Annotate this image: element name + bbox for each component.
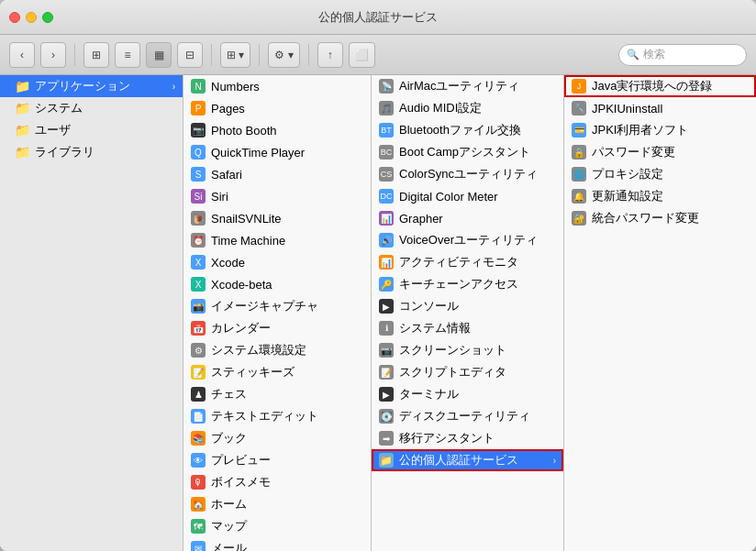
forward-button[interactable]: › — [40, 42, 66, 68]
list-item[interactable]: 🎙ボイスメモ — [183, 471, 371, 493]
list-item[interactable]: 👁プレビュー — [183, 449, 371, 471]
list-item[interactable]: ▶コンソール — [372, 295, 563, 317]
list-item[interactable]: ℹシステム情報 — [372, 317, 563, 339]
app-icon: 🗺 — [191, 519, 206, 534]
list-item[interactable]: 💽ディスクユーティリティ — [372, 405, 563, 427]
sidebar-item-user[interactable]: 📁 ユーザ — [0, 119, 183, 141]
list-item[interactable]: 📄テキストエディット — [183, 405, 371, 427]
action-button[interactable]: ⚙ ▾ — [268, 42, 299, 68]
share-button[interactable]: ↑ — [317, 42, 343, 68]
list-item[interactable]: 📡AirMacユーティリティ — [372, 75, 563, 97]
app-icon: 🔧 — [572, 101, 586, 116]
app-icon: 🔐 — [572, 211, 586, 226]
list-item[interactable]: ⏰Time Machine — [183, 229, 371, 251]
col-panel-kojin: J Java実行環境への登録 🔧 JPKIUninstall 💳 JPKI利用者… — [564, 75, 756, 551]
app-icon: 🐌 — [191, 211, 206, 226]
app-icon: 🌐 — [572, 167, 586, 182]
sidebar-item-system[interactable]: 📁 システム — [0, 97, 183, 119]
list-item[interactable]: 🎵Audio MIDI設定 — [372, 97, 563, 119]
list-item[interactable]: XXcode — [183, 251, 371, 273]
app-icon: 📡 — [379, 79, 394, 94]
app-icon: 📊 — [379, 211, 394, 226]
view-gallery-button[interactable]: ⊟ — [177, 42, 203, 68]
sidebar-item-applications[interactable]: 📁 アプリケーション › — [0, 75, 183, 97]
list-item[interactable]: 📝スクリプトエディタ — [372, 361, 563, 383]
tags-button[interactable]: ⬜ — [349, 42, 375, 68]
toolbar-separator-1 — [74, 44, 75, 66]
view-columns-button[interactable]: ▦ — [146, 42, 172, 68]
app-icon: 📷 — [191, 123, 206, 138]
list-item[interactable]: 🔐 統合パスワード変更 — [564, 207, 756, 229]
list-item[interactable]: SSafari — [183, 163, 371, 185]
app-icon: P — [191, 101, 206, 116]
list-item[interactable]: 🔔 更新通知設定 — [564, 185, 756, 207]
title-bar: 公的個人認証サービス — [0, 0, 756, 35]
list-item[interactable]: 🔒 パスワード変更 — [564, 141, 756, 163]
sidebar-item-label: ライブラリ — [35, 144, 175, 160]
app-icon: 🔔 — [572, 189, 586, 204]
list-item[interactable]: SiSiri — [183, 185, 371, 207]
app-icon: 👁 — [191, 453, 206, 468]
list-item[interactable]: 🌐 プロキシ設定 — [564, 163, 756, 185]
app-icon: ⏰ — [191, 233, 206, 248]
list-item[interactable]: 🐌SnailSVNLite — [183, 207, 371, 229]
maximize-button[interactable] — [42, 12, 53, 23]
view-list-button[interactable]: ≡ — [115, 42, 140, 68]
list-item[interactable]: 📷スクリーンショット — [372, 339, 563, 361]
list-item-kojin[interactable]: 📁 公的個人認証サービス › — [372, 449, 563, 471]
list-item[interactable]: 🔊VoiceOverユーティリティ — [372, 229, 563, 251]
list-item[interactable]: 📊Grapher — [372, 207, 563, 229]
app-icon: 📝 — [379, 365, 394, 380]
list-item[interactable]: 💳 JPKI利用者ソフト — [564, 119, 756, 141]
app-icon: 🔊 — [379, 233, 394, 248]
list-item[interactable]: 📊アクティビティモニタ — [372, 251, 563, 273]
list-item[interactable]: DCDigital Color Meter — [372, 185, 563, 207]
list-item-java[interactable]: J Java実行環境への登録 — [564, 75, 756, 97]
list-item[interactable]: 📷Photo Booth — [183, 119, 371, 141]
list-item[interactable]: 📅カレンダー — [183, 317, 371, 339]
app-icon: 🎵 — [379, 101, 394, 116]
sidebar-item-label: アプリケーション — [35, 78, 167, 94]
view-icons-button[interactable]: ⊞ — [83, 42, 109, 68]
sidebar-item-library[interactable]: 📁 ライブラリ — [0, 141, 183, 163]
list-item[interactable]: 📚ブック — [183, 427, 371, 449]
list-item[interactable]: 🏠ホーム — [183, 493, 371, 515]
app-icon: DC — [379, 189, 394, 204]
list-item[interactable]: 📝スティッキーズ — [183, 361, 371, 383]
search-placeholder: 検索 — [643, 47, 665, 62]
app-icon: Q — [191, 145, 206, 160]
list-item[interactable]: BTBluetoothファイル交換 — [372, 119, 563, 141]
sidebar: 📁 アプリケーション › 📁 システム 📁 ユーザ 📁 ライブラリ — [0, 75, 183, 551]
view-dropdown-button[interactable]: ⊞ ▾ — [220, 42, 250, 68]
list-item[interactable]: CSColorSyncユーティリティ — [372, 163, 563, 185]
app-icon: 🔒 — [572, 145, 586, 160]
list-item[interactable]: 🗺マップ — [183, 515, 371, 537]
app-icon: ▶ — [379, 387, 394, 402]
folder-icon: 📁 — [15, 123, 29, 138]
list-item[interactable]: XXcode-beta — [183, 273, 371, 295]
app-icon: 📷 — [379, 343, 394, 358]
list-item[interactable]: PPages — [183, 97, 371, 119]
list-item[interactable]: 🔧 JPKIUninstall — [564, 97, 756, 119]
list-item[interactable]: 📸イメージキャプチャ — [183, 295, 371, 317]
search-icon: 🔍 — [627, 49, 639, 61]
list-item[interactable]: 🔑キーチェーンアクセス — [372, 273, 563, 295]
list-item[interactable]: ➡移行アシスタント — [372, 427, 563, 449]
list-item[interactable]: ♟チェス — [183, 383, 371, 405]
list-item[interactable]: ✉メール — [183, 537, 371, 551]
toolbar-separator-2 — [211, 44, 212, 66]
back-button[interactable]: ‹ — [9, 42, 35, 68]
close-button[interactable] — [9, 12, 20, 23]
minimize-button[interactable] — [26, 12, 37, 23]
list-item[interactable]: BCBoot Campアシスタント — [372, 141, 563, 163]
app-icon: X — [191, 277, 206, 292]
app-icon: 📸 — [191, 299, 206, 314]
app-icon: BC — [379, 145, 394, 160]
list-item[interactable]: QQuickTime Player — [183, 141, 371, 163]
app-icon: 💽 — [379, 409, 394, 424]
list-item[interactable]: NNumbers — [183, 75, 371, 97]
app-icon: 📅 — [191, 321, 206, 336]
search-input[interactable]: 🔍 検索 — [618, 44, 747, 66]
list-item[interactable]: ▶ターミナル — [372, 383, 563, 405]
list-item[interactable]: ⚙システム環境設定 — [183, 339, 371, 361]
